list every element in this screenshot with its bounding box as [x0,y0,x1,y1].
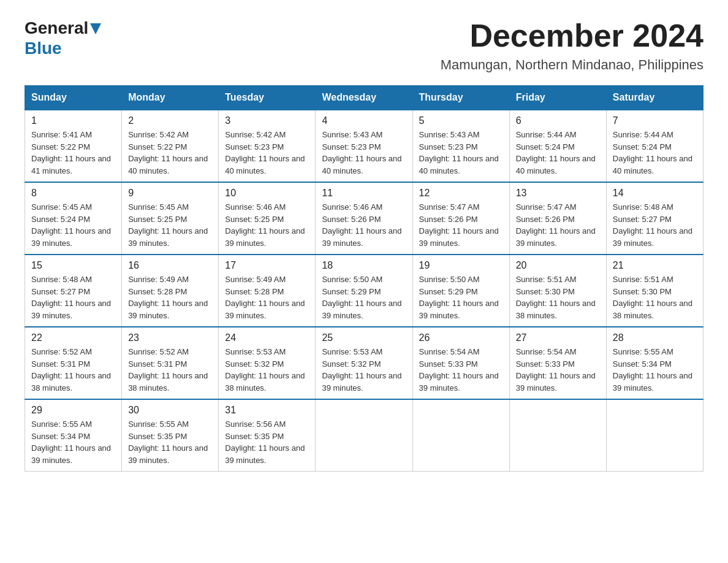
day-number: 30 [128,405,212,416]
sun-info: Sunrise: 5:55 AMSunset: 5:34 PMDaylight:… [613,346,697,394]
day-number: 26 [419,332,503,343]
calendar-header-saturday: Saturday [606,86,703,110]
calendar-cell: 15Sunrise: 5:48 AMSunset: 5:27 PMDayligh… [25,255,122,327]
calendar-cell: 28Sunrise: 5:55 AMSunset: 5:34 PMDayligh… [606,327,703,399]
day-number: 20 [516,260,600,271]
calendar-cell: 1Sunrise: 5:41 AMSunset: 5:22 PMDaylight… [25,110,122,182]
sun-info: Sunrise: 5:52 AMSunset: 5:31 PMDaylight:… [31,346,115,394]
calendar-week-row: 8Sunrise: 5:45 AMSunset: 5:24 PMDaylight… [25,182,703,255]
sun-info: Sunrise: 5:54 AMSunset: 5:33 PMDaylight:… [516,346,600,394]
calendar-cell: 3Sunrise: 5:42 AMSunset: 5:23 PMDaylight… [219,110,316,182]
day-number: 9 [128,188,212,199]
sun-info: Sunrise: 5:48 AMSunset: 5:27 PMDaylight:… [31,274,115,321]
calendar-header-friday: Friday [509,86,606,110]
day-number: 4 [322,115,406,126]
sun-info: Sunrise: 5:50 AMSunset: 5:29 PMDaylight:… [419,274,503,321]
calendar-week-row: 1Sunrise: 5:41 AMSunset: 5:22 PMDaylight… [25,110,703,182]
sun-info: Sunrise: 5:43 AMSunset: 5:23 PMDaylight:… [322,129,406,177]
sun-info: Sunrise: 5:46 AMSunset: 5:26 PMDaylight:… [322,201,406,249]
day-number: 6 [516,115,600,126]
calendar-header-row: SundayMondayTuesdayWednesdayThursdayFrid… [25,86,703,110]
sun-info: Sunrise: 5:53 AMSunset: 5:32 PMDaylight:… [225,346,309,394]
calendar-cell: 16Sunrise: 5:49 AMSunset: 5:28 PMDayligh… [122,255,219,327]
sun-info: Sunrise: 5:54 AMSunset: 5:33 PMDaylight:… [419,346,503,394]
day-number: 10 [225,188,309,199]
day-number: 21 [613,260,697,271]
sun-info: Sunrise: 5:41 AMSunset: 5:22 PMDaylight:… [31,129,115,177]
day-number: 2 [128,115,212,126]
calendar-cell: 17Sunrise: 5:49 AMSunset: 5:28 PMDayligh… [219,255,316,327]
logo: General Blue [25,18,101,58]
calendar-cell: 25Sunrise: 5:53 AMSunset: 5:32 PMDayligh… [316,327,412,399]
logo-general-text: General [25,18,101,38]
sun-info: Sunrise: 5:53 AMSunset: 5:32 PMDaylight:… [322,346,406,394]
calendar-cell: 6Sunrise: 5:44 AMSunset: 5:24 PMDaylight… [509,110,606,182]
day-number: 16 [128,260,212,271]
sun-info: Sunrise: 5:46 AMSunset: 5:25 PMDaylight:… [225,201,309,249]
calendar-cell: 13Sunrise: 5:47 AMSunset: 5:26 PMDayligh… [509,182,606,255]
page-header: General Blue December 2024 Mamungan, Nor… [25,18,703,73]
sun-info: Sunrise: 5:51 AMSunset: 5:30 PMDaylight:… [516,274,600,321]
calendar-header-thursday: Thursday [412,86,509,110]
calendar-table: SundayMondayTuesdayWednesdayThursdayFrid… [25,85,703,472]
calendar-cell [316,399,412,472]
day-number: 1 [31,115,115,126]
sun-info: Sunrise: 5:44 AMSunset: 5:24 PMDaylight:… [613,129,697,177]
calendar-cell: 12Sunrise: 5:47 AMSunset: 5:26 PMDayligh… [412,182,509,255]
day-number: 11 [322,188,406,199]
calendar-cell: 22Sunrise: 5:52 AMSunset: 5:31 PMDayligh… [25,327,122,399]
day-number: 18 [322,260,406,271]
calendar-cell: 9Sunrise: 5:45 AMSunset: 5:25 PMDaylight… [122,182,219,255]
calendar-cell: 20Sunrise: 5:51 AMSunset: 5:30 PMDayligh… [509,255,606,327]
sun-info: Sunrise: 5:56 AMSunset: 5:35 PMDaylight:… [225,418,309,466]
calendar-cell [509,399,606,472]
sun-info: Sunrise: 5:55 AMSunset: 5:34 PMDaylight:… [31,418,115,466]
calendar-week-row: 29Sunrise: 5:55 AMSunset: 5:34 PMDayligh… [25,399,703,472]
logo-arrow-icon [90,23,101,34]
sun-info: Sunrise: 5:47 AMSunset: 5:26 PMDaylight:… [516,201,600,249]
logo-blue: Blue [25,39,62,58]
day-number: 19 [419,260,503,271]
sun-info: Sunrise: 5:50 AMSunset: 5:29 PMDaylight:… [322,274,406,321]
calendar-cell: 7Sunrise: 5:44 AMSunset: 5:24 PMDaylight… [606,110,703,182]
day-number: 17 [225,260,309,271]
day-number: 12 [419,188,503,199]
day-number: 23 [128,332,212,343]
calendar-cell [412,399,509,472]
sun-info: Sunrise: 5:49 AMSunset: 5:28 PMDaylight:… [225,274,309,321]
calendar-cell: 26Sunrise: 5:54 AMSunset: 5:33 PMDayligh… [412,327,509,399]
calendar-cell: 18Sunrise: 5:50 AMSunset: 5:29 PMDayligh… [316,255,412,327]
calendar-week-row: 15Sunrise: 5:48 AMSunset: 5:27 PMDayligh… [25,255,703,327]
calendar-cell: 4Sunrise: 5:43 AMSunset: 5:23 PMDaylight… [316,110,412,182]
day-number: 22 [31,332,115,343]
day-number: 29 [31,405,115,416]
calendar-cell: 21Sunrise: 5:51 AMSunset: 5:30 PMDayligh… [606,255,703,327]
month-title: December 2024 [441,18,703,53]
calendar-header-monday: Monday [122,86,219,110]
location-subtitle: Mamungan, Northern Mindanao, Philippines [441,57,703,73]
day-number: 25 [322,332,406,343]
calendar-cell: 24Sunrise: 5:53 AMSunset: 5:32 PMDayligh… [219,327,316,399]
sun-info: Sunrise: 5:43 AMSunset: 5:23 PMDaylight:… [419,129,503,177]
sun-info: Sunrise: 5:45 AMSunset: 5:24 PMDaylight:… [31,201,115,249]
day-number: 13 [516,188,600,199]
calendar-body: 1Sunrise: 5:41 AMSunset: 5:22 PMDaylight… [25,110,703,472]
day-number: 7 [613,115,697,126]
sun-info: Sunrise: 5:45 AMSunset: 5:25 PMDaylight:… [128,201,212,249]
day-number: 14 [613,188,697,199]
calendar-cell: 27Sunrise: 5:54 AMSunset: 5:33 PMDayligh… [509,327,606,399]
sun-info: Sunrise: 5:49 AMSunset: 5:28 PMDaylight:… [128,274,212,321]
calendar-header-tuesday: Tuesday [219,86,316,110]
calendar-cell: 5Sunrise: 5:43 AMSunset: 5:23 PMDaylight… [412,110,509,182]
calendar-cell [606,399,703,472]
calendar-cell: 8Sunrise: 5:45 AMSunset: 5:24 PMDaylight… [25,182,122,255]
svg-marker-0 [90,23,101,34]
day-number: 5 [419,115,503,126]
calendar-header-sunday: Sunday [25,86,122,110]
day-number: 15 [31,260,115,271]
calendar-header-wednesday: Wednesday [316,86,412,110]
sun-info: Sunrise: 5:42 AMSunset: 5:23 PMDaylight:… [225,129,309,177]
calendar-cell: 23Sunrise: 5:52 AMSunset: 5:31 PMDayligh… [122,327,219,399]
day-number: 28 [613,332,697,343]
title-block: December 2024 Mamungan, Northern Mindana… [441,18,703,73]
